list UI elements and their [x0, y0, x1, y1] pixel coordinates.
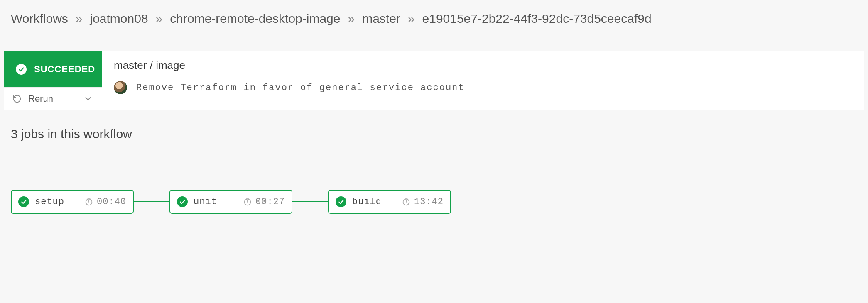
job-card-setup[interactable]: setup 00:40 — [11, 190, 134, 214]
job-duration: 00:40 — [84, 197, 126, 207]
job-card-build[interactable]: build 13:42 — [328, 190, 451, 214]
rerun-button[interactable]: Rerun — [4, 87, 102, 110]
job-card-unit[interactable]: unit 00:27 — [169, 190, 292, 214]
job-name: unit — [194, 197, 237, 207]
breadcrumb-separator: » — [76, 12, 83, 26]
breadcrumb: Workflows » joatmon08 » chrome-remote-de… — [0, 0, 868, 40]
job-duration-value: 00:40 — [97, 197, 126, 207]
breadcrumb-separator: » — [156, 12, 163, 26]
stopwatch-icon — [402, 197, 411, 206]
commit-line: Remove Terraform in favor of general ser… — [114, 81, 852, 94]
job-duration: 13:42 — [402, 197, 444, 207]
rerun-label: Rerun — [28, 93, 53, 104]
check-circle-icon — [18, 196, 29, 207]
status-badge: SUCCEEDED — [4, 51, 102, 87]
breadcrumb-item-user[interactable]: joatmon08 — [90, 12, 148, 26]
status-label: SUCCEEDED — [34, 64, 95, 75]
refresh-icon — [12, 94, 22, 103]
job-duration-value: 00:27 — [255, 197, 285, 207]
breadcrumb-item-workflows[interactable]: Workflows — [11, 12, 68, 26]
check-circle-icon — [16, 64, 27, 75]
workflow-info: master / image Remove Terraform in favor… — [102, 51, 864, 110]
stopwatch-icon — [243, 197, 252, 206]
job-connector — [134, 201, 169, 202]
job-name: setup — [35, 197, 78, 207]
job-connector — [292, 201, 328, 202]
avatar[interactable] — [114, 81, 127, 94]
status-column: SUCCEEDED Rerun — [4, 51, 102, 110]
workflow-header: SUCCEEDED Rerun master / image Remove Te… — [4, 51, 864, 110]
stopwatch-icon — [84, 197, 93, 206]
check-circle-icon — [336, 196, 346, 207]
breadcrumb-item-workflow-id[interactable]: e19015e7-2b22-44f3-92dc-73d5ceecaf9d — [422, 12, 652, 26]
branch-workflow-title: master / image — [114, 59, 852, 72]
breadcrumb-item-repo[interactable]: chrome-remote-desktop-image — [170, 12, 340, 26]
jobs-graph: setup 00:40 unit 00:27 build — [0, 148, 868, 230]
breadcrumb-separator: » — [348, 12, 355, 26]
job-duration: 00:27 — [243, 197, 285, 207]
chevron-down-icon — [83, 94, 93, 103]
job-name: build — [352, 197, 396, 207]
breadcrumb-separator: » — [408, 12, 415, 26]
commit-message: Remove Terraform in favor of general ser… — [136, 83, 465, 93]
job-duration-value: 13:42 — [414, 197, 444, 207]
breadcrumb-item-branch[interactable]: master — [362, 12, 400, 26]
jobs-section-heading: 3 jobs in this workflow — [0, 110, 868, 148]
check-circle-icon — [177, 196, 188, 207]
